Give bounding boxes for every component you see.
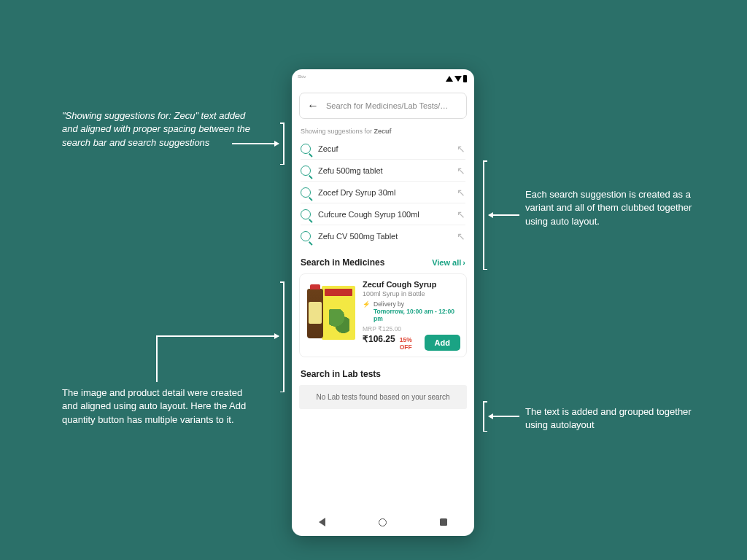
delivery-label: Delivery by: [374, 300, 404, 308]
mrp-label: MRP ₹125.00: [363, 325, 460, 332]
search-icon: [301, 166, 311, 176]
nav-back-icon[interactable]: [319, 518, 325, 526]
bolt-icon: ⚡: [363, 300, 371, 308]
android-nav-bar: [292, 508, 474, 536]
price: ₹106.25: [363, 334, 395, 344]
connector-line: [156, 335, 158, 382]
suggestions-list: Zecuf ↖ Zefu 500mg tablet ↖ Zocef Dry Sy…: [292, 138, 474, 247]
suggestion-label: Zocef Dry Syrup 30ml: [318, 188, 449, 197]
insert-arrow-icon[interactable]: ↖: [457, 209, 465, 220]
discount-label: 15% OFF: [400, 336, 425, 351]
annotation-mid-right: Each search suggestion is created as a v…: [525, 188, 708, 228]
back-arrow-icon[interactable]: ←: [307, 99, 319, 112]
arrow-line: [156, 335, 279, 337]
search-bar[interactable]: ← Search for Medicines/Lab Tests/…: [299, 93, 467, 119]
product-card[interactable]: Zecuf Cough Syrup 100ml Syrup in Bottle …: [299, 273, 467, 357]
annotation-bottom-left: The image and product detail were create…: [62, 386, 252, 427]
search-input[interactable]: Search for Medicines/Lab Tests/…: [326, 101, 459, 110]
insert-arrow-icon[interactable]: ↖: [457, 165, 465, 176]
search-icon: [301, 231, 311, 241]
lab-section-title: Search in Lab tests: [292, 357, 474, 385]
battery-icon: [463, 75, 467, 82]
lab-empty-message: No Lab tests found based on your search: [299, 385, 467, 409]
nav-home-icon[interactable]: [379, 518, 387, 526]
suggestions-caption: Showing suggestions for Zecuf: [292, 125, 474, 138]
medicines-section-header: Search in Medicines View all›: [292, 247, 474, 273]
insert-arrow-icon[interactable]: ↖: [457, 187, 465, 198]
suggestion-item[interactable]: Zefu 500mg tablet ↖: [301, 160, 465, 182]
search-icon: [301, 209, 311, 219]
insert-arrow-icon[interactable]: ↖: [457, 143, 465, 155]
arrow-line: [489, 416, 519, 417]
suggestion-item[interactable]: Cufcure Cough Syrup 100ml ↖: [301, 203, 465, 225]
carrier-label: Skiv: [298, 74, 306, 79]
product-subtitle: 100ml Syrup in Bottle: [363, 290, 460, 298]
product-name: Zecuf Cough Syrup: [363, 280, 460, 289]
annotation-bottom-right: The text is added and grouped together u…: [525, 405, 693, 432]
arrow-line: [489, 214, 519, 216]
search-icon: [301, 144, 311, 154]
suggestion-item[interactable]: Zecuf ↖: [301, 138, 465, 160]
section-title: Search in Medicines: [301, 257, 384, 268]
suggestion-label: Zefu CV 500mg Tablet: [318, 232, 449, 241]
chevron-right-icon: ›: [462, 258, 465, 267]
bracket-icon: [483, 160, 484, 270]
phone-mockup: Skiv ← Search for Medicines/Lab Tests/… …: [292, 69, 474, 536]
search-icon: [301, 187, 311, 198]
suggestion-item[interactable]: Zefu CV 500mg Tablet ↖: [301, 225, 465, 247]
wifi-icon: [454, 76, 462, 82]
status-bar: [292, 69, 474, 88]
suggestion-label: Zecuf: [318, 144, 449, 153]
insert-arrow-icon[interactable]: ↖: [457, 230, 465, 242]
view-all-link[interactable]: View all›: [432, 258, 465, 267]
signal-icon: [446, 76, 453, 82]
nav-recent-icon[interactable]: [440, 518, 447, 526]
bracket-icon: [283, 122, 285, 165]
arrow-line: [232, 143, 279, 144]
suggestion-label: Zefu 500mg tablet: [318, 166, 449, 175]
bracket-icon: [483, 401, 484, 432]
delivery-time: Tomorrow, 10:00 am - 12:00 pm: [374, 308, 454, 322]
annotation-top-left: "Showing suggestions for: Zecu" text add…: [62, 109, 252, 149]
suggestion-label: Cufcure Cough Syrup 100ml: [318, 210, 449, 219]
bracket-icon: [283, 281, 285, 392]
add-button[interactable]: Add: [425, 335, 460, 351]
product-image: [306, 280, 357, 344]
suggestion-item[interactable]: Zocef Dry Syrup 30ml ↖: [301, 182, 465, 203]
